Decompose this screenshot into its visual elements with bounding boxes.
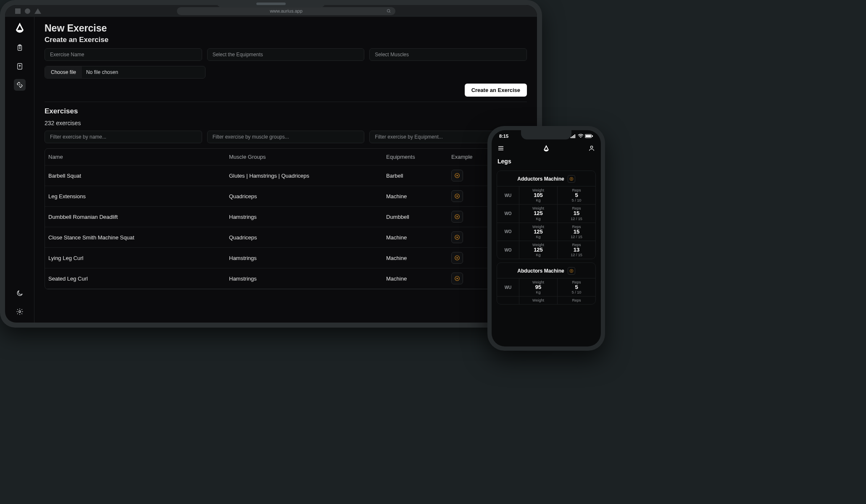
cell-muscle: Quadriceps: [229, 193, 386, 200]
cell-name: Barbell Squat: [48, 173, 229, 179]
play-example-button[interactable]: [451, 252, 463, 264]
set-type: WU: [497, 186, 519, 204]
set-weight: Weight 105 Kg: [519, 186, 557, 204]
cell-name: Dumbbell Romanian Deadlift: [48, 214, 229, 220]
divider: [45, 102, 527, 102]
cell-name: Leg Extensions: [48, 193, 229, 200]
svg-rect-2: [19, 30, 20, 33]
nav-clipboard-icon[interactable]: [14, 42, 26, 54]
cell-equip: Machine: [386, 255, 451, 261]
col-name: Name: [48, 154, 229, 160]
status-time: 8:15: [499, 134, 508, 139]
cell-equip: Machine: [386, 276, 451, 282]
cell-muscle: Hamstrings: [229, 276, 386, 282]
svg-rect-18: [574, 134, 575, 138]
wifi-icon: [578, 134, 584, 138]
card-title: Adductors Machine: [517, 176, 564, 182]
set-reps: Reps: [557, 296, 595, 304]
set-weight: Weight: [519, 296, 557, 304]
card-play-button[interactable]: [568, 175, 575, 183]
cell-equip: Machine: [386, 234, 451, 241]
set-type: WO: [497, 204, 519, 222]
battery-icon: [585, 134, 593, 138]
phone-logo[interactable]: [542, 144, 550, 152]
cell-name: Seated Leg Curl: [48, 276, 229, 282]
cell-equip: Dumbbell: [386, 214, 451, 220]
create-heading: Create an Exercise: [45, 36, 527, 44]
table-row: Leg Extensions Quadriceps Machine: [45, 186, 526, 207]
svg-point-8: [18, 311, 21, 313]
cell-muscle: Quadriceps: [229, 234, 386, 241]
set-type: [497, 296, 519, 304]
page-title: New Exercise: [45, 23, 527, 34]
profile-icon[interactable]: [588, 145, 595, 152]
exercise-card: Adductors Machine WU Weight 105 Kg Reps …: [497, 171, 596, 259]
svg-rect-21: [592, 135, 593, 137]
svg-point-26: [590, 146, 592, 148]
svg-rect-15: [571, 137, 571, 138]
table-row: Lying Leg Curl Hamstrings Machine: [45, 248, 526, 268]
set-reps: Reps 15 12 / 15: [557, 204, 595, 222]
window-control-icon: [25, 8, 30, 14]
tablet-notch: [216, 0, 326, 8]
set-type: WO: [497, 223, 519, 241]
cell-equip: Barbell: [386, 173, 451, 179]
exercise-name-input[interactable]: Exercise Name: [45, 48, 202, 61]
phone-page-title: Legs: [492, 155, 601, 167]
play-example-button[interactable]: [451, 170, 463, 181]
theme-toggle-icon[interactable]: [14, 287, 26, 299]
card-play-button[interactable]: [568, 267, 575, 275]
nav-exercises-icon[interactable]: [14, 79, 26, 91]
card-title: Abductors Machine: [517, 268, 564, 274]
play-example-button[interactable]: [451, 190, 463, 202]
col-muscle: Muscle Groups: [229, 154, 386, 160]
set-type: WO: [497, 241, 519, 259]
set-weight: Weight 125 Kg: [519, 223, 557, 241]
play-example-button[interactable]: [451, 211, 463, 223]
exercises-heading: Exercises: [45, 107, 527, 116]
hamburger-icon[interactable]: [497, 145, 504, 152]
svg-rect-20: [586, 135, 591, 137]
cell-muscle: Hamstrings: [229, 255, 386, 261]
search-icon: [387, 9, 391, 13]
cell-name: Close Stance Smith Machine Squat: [48, 234, 229, 241]
table-row: Seated Leg Curl Hamstrings Machine: [45, 268, 526, 289]
col-equip: Equipments: [386, 154, 451, 160]
window-control-icon: [34, 8, 41, 14]
svg-rect-25: [546, 150, 547, 152]
choose-file-button[interactable]: Choose file: [45, 66, 82, 78]
nav-upload-icon[interactable]: [14, 60, 26, 72]
set-reps: Reps 13 12 / 15: [557, 241, 595, 259]
signal-icon: [571, 134, 576, 138]
cell-muscle: Hamstrings: [229, 214, 386, 220]
file-input[interactable]: Choose file No file chosen: [45, 66, 205, 79]
filter-name-input[interactable]: Filter exercise by name...: [45, 131, 202, 143]
settings-icon[interactable]: [14, 306, 26, 318]
create-exercise-button[interactable]: Create an Exercise: [465, 84, 527, 97]
svg-rect-17: [573, 135, 574, 138]
set-weight: Weight 125 Kg: [519, 241, 557, 259]
exercise-count: 232 exercises: [45, 120, 527, 126]
set-type: WU: [497, 278, 519, 296]
url-text: www.aurius.app: [270, 8, 303, 13]
table-row: Close Stance Smith Machine Squat Quadric…: [45, 227, 526, 248]
table-row: Dumbbell Romanian Deadlift Hamstrings Du…: [45, 207, 526, 227]
set-weight: Weight 95 Kg: [519, 278, 557, 296]
exercise-card: Abductors Machine WU Weight 95 Kg Reps 5…: [497, 262, 596, 304]
select-equipments-input[interactable]: Select the Equipments: [207, 48, 365, 61]
set-reps: Reps 15 12 / 15: [557, 223, 595, 241]
app-logo[interactable]: [14, 22, 26, 34]
phone-notch: [521, 130, 571, 139]
address-bar[interactable]: www.aurius.app: [177, 7, 395, 15]
tablet-frame: www.aurius.app: [0, 0, 542, 328]
play-example-button[interactable]: [451, 231, 463, 243]
cell-name: Lying Leg Curl: [48, 255, 229, 261]
window-control-icon: [15, 8, 21, 14]
select-muscles-input[interactable]: Select Muscles: [369, 48, 527, 61]
file-status: No file chosen: [82, 69, 122, 75]
play-example-button[interactable]: [451, 273, 463, 284]
set-reps: Reps 5 5 / 10: [557, 186, 595, 204]
set-weight: Weight 125 Kg: [519, 204, 557, 222]
filter-muscle-input[interactable]: Filter exercise by muscle groups...: [207, 131, 365, 143]
exercises-table: Name Muscle Groups Equipments Example Ba…: [45, 148, 527, 289]
